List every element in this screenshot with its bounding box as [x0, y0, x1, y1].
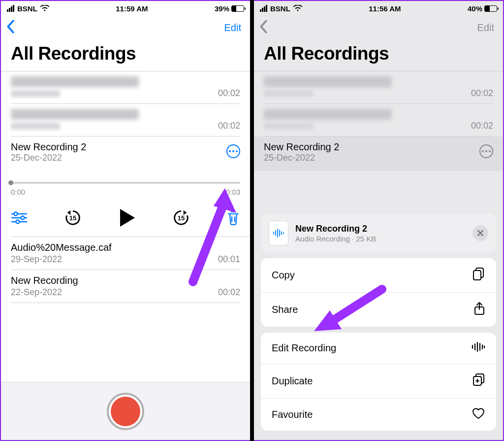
skip-amount: 15: [69, 214, 76, 222]
carrier-label: BSNL: [17, 4, 37, 13]
item-title: New Recording 2: [11, 141, 86, 153]
page-title: All Recordings: [1, 39, 250, 71]
playback-scrubber[interactable]: [11, 182, 240, 184]
page-title: All Recordings: [254, 39, 503, 71]
record-icon: [111, 397, 140, 426]
list-item[interactable]: 00:02: [254, 104, 503, 136]
battery-icon: [231, 5, 244, 12]
menu-item-edit-recording[interactable]: Edit Recording: [261, 333, 496, 364]
phone-left-screen: BSNL 11:59 AM 39% Edit All Recordings 00…: [0, 0, 250, 441]
phone-right-screen: BSNL 11:56 AM 40% Edit All Recordings 00…: [254, 0, 504, 441]
item-duration: 00:02: [218, 287, 240, 298]
action-sheet: New Recording 2 Audio Recording · 25 KB …: [261, 214, 496, 431]
blurred-title: [11, 76, 139, 87]
scrubber-knob[interactable]: [8, 180, 13, 185]
sheet-header: New Recording 2 Audio Recording · 25 KB: [261, 214, 496, 252]
more-button[interactable]: [226, 144, 240, 158]
status-bar: BSNL 11:56 AM 40%: [254, 1, 503, 16]
blurred-title: [11, 109, 139, 120]
player-panel: 0:00 -0:03 15 15: [1, 163, 250, 237]
menu-group: Edit Recording Duplicate Favourite: [261, 333, 496, 431]
menu-label: Duplicate: [272, 375, 313, 387]
ellipsis-icon: [229, 150, 238, 152]
svg-rect-13: [473, 271, 481, 280]
delete-button[interactable]: [226, 210, 240, 226]
record-button[interactable]: [107, 393, 144, 430]
more-button[interactable]: [479, 144, 493, 158]
copy-icon: [472, 267, 485, 283]
svg-point-3: [14, 212, 18, 216]
edit-button[interactable]: Edit: [224, 22, 241, 34]
menu-item-duplicate[interactable]: Duplicate: [261, 364, 496, 399]
item-duration: 00:02: [471, 121, 493, 131]
item-duration: 00:02: [218, 121, 240, 131]
menu-item-copy[interactable]: Copy: [261, 258, 496, 293]
menu-item-favourite[interactable]: Favourite: [261, 399, 496, 431]
wifi-icon: [293, 5, 302, 12]
sheet-file-subtitle: Audio Recording · 25 KB: [295, 235, 466, 243]
blurred-subtitle: [264, 90, 313, 97]
menu-label: Share: [272, 304, 298, 315]
menu-item-share[interactable]: Share: [261, 293, 496, 327]
back-button[interactable]: [259, 20, 268, 35]
menu-group: Copy Share: [261, 258, 496, 327]
waveform-icon: [472, 341, 485, 355]
item-duration: 00:01: [218, 254, 240, 265]
signal-icon: [260, 5, 267, 12]
item-duration: 00:02: [471, 88, 493, 99]
list-item[interactable]: 00:02: [254, 71, 503, 104]
carrier-label: BSNL: [270, 4, 290, 13]
time-remaining: -0:03: [223, 188, 240, 196]
blurred-title: [264, 76, 392, 87]
time-current: 0:00: [11, 188, 25, 196]
nav-bar: Edit: [254, 16, 503, 39]
blurred-subtitle: [264, 123, 313, 130]
battery-percent: 39%: [215, 4, 229, 13]
item-date: 29-Sep-2022: [11, 254, 62, 265]
list-item[interactable]: 00:02: [1, 71, 250, 104]
status-bar: BSNL 11:59 AM 39%: [1, 1, 250, 16]
list-item-selected[interactable]: New Recording 2 25-Dec-2022: [1, 136, 250, 163]
blurred-subtitle: [11, 123, 60, 130]
recording-list: 00:02 00:02 New Recording 2 25-Dec-2022: [1, 71, 250, 303]
edit-button[interactable]: Edit: [477, 22, 494, 34]
blurred-subtitle: [11, 90, 60, 97]
signal-icon: [7, 5, 14, 12]
item-date: 22-Sep-2022: [11, 287, 62, 298]
battery-icon: [484, 5, 497, 12]
play-button[interactable]: [118, 208, 136, 228]
skip-forward-button[interactable]: 15: [172, 208, 190, 227]
nav-bar: Edit: [1, 16, 250, 39]
battery-percent: 40%: [468, 4, 482, 13]
recording-list: 00:02 00:02 New Recording 2 25-Dec-2022: [254, 71, 503, 171]
sheet-file-title: New Recording 2: [295, 224, 466, 234]
share-icon: [473, 302, 485, 318]
menu-label: Favourite: [272, 409, 313, 420]
close-button[interactable]: [472, 225, 488, 241]
heart-icon: [472, 407, 485, 422]
svg-point-5: [16, 220, 20, 224]
item-title: Audio%20Message.caf: [11, 242, 240, 253]
list-item[interactable]: New Recording 22-Sep-2022 00:02: [1, 270, 250, 303]
menu-label: Copy: [272, 270, 295, 281]
clock-label: 11:56 AM: [369, 4, 401, 13]
item-date: 25-Dec-2022: [11, 153, 86, 163]
item-title: New Recording 2: [264, 141, 339, 153]
list-item[interactable]: Audio%20Message.caf 29-Sep-2022 00:01: [1, 237, 250, 270]
list-item[interactable]: 00:02: [1, 104, 250, 136]
skip-back-button[interactable]: 15: [63, 208, 82, 227]
svg-point-4: [21, 216, 25, 220]
wifi-icon: [40, 5, 49, 12]
settings-sliders-button[interactable]: [11, 211, 28, 224]
clock-label: 11:59 AM: [116, 4, 148, 13]
item-title: New Recording: [11, 275, 240, 286]
record-bar: [1, 382, 250, 440]
back-button[interactable]: [6, 20, 15, 35]
waveform-icon: [273, 229, 284, 237]
item-duration: 00:02: [218, 88, 240, 99]
duplicate-icon: [472, 373, 485, 389]
list-item-selected[interactable]: New Recording 2 25-Dec-2022: [254, 136, 503, 171]
menu-label: Edit Recording: [272, 342, 336, 354]
blurred-title: [264, 109, 392, 120]
file-icon: [269, 221, 288, 245]
